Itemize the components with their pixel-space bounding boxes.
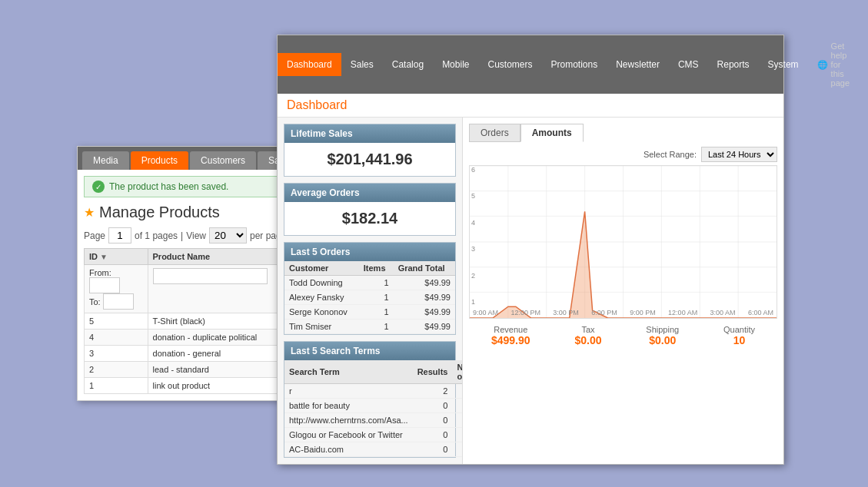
metric-item: Shipping $0.00 xyxy=(646,325,679,346)
chart-canvas: 9:00 AM 12:00 PM 3:00 PM 6:00 PM 9:00 PM… xyxy=(469,165,777,319)
lifetime-sales-box: Lifetime Sales $201,441.96 xyxy=(284,124,456,177)
cell-results: 0 xyxy=(413,442,453,457)
page-title: Manage Products xyxy=(99,204,220,221)
x-label-2: 12:00 PM xyxy=(510,309,540,316)
cell-name: link out product xyxy=(148,378,285,394)
to-label: To: xyxy=(89,297,101,306)
cell-results: 2 xyxy=(413,384,453,399)
cell-id: 4 xyxy=(85,330,148,346)
star-icon: ★ xyxy=(84,205,95,220)
dashboard-title: Dashboard xyxy=(278,94,783,118)
y-label-2: 2 xyxy=(471,272,475,280)
nav-promotions[interactable]: Promotions xyxy=(542,53,607,76)
help-link[interactable]: 🌐 Get help for this page xyxy=(808,35,859,94)
last5-search-box: Last 5 Search Terms Search Term Results … xyxy=(284,341,456,458)
cell-term: AC-Baidu.com xyxy=(284,442,413,457)
sort-arrow-icon: ▼ xyxy=(100,253,108,261)
metric-label: Tax xyxy=(574,325,601,334)
y-label-4: 4 xyxy=(471,219,475,227)
cell-term: Glogou or Facebook or Twitter xyxy=(284,428,413,442)
nav-sales[interactable]: Sales xyxy=(341,53,383,76)
select-range-label: Select Range: xyxy=(644,150,697,159)
cell-id: 5 xyxy=(85,313,148,330)
success-text: The product has been saved. xyxy=(109,181,228,192)
y-label-5: 5 xyxy=(471,192,475,200)
nav-reports[interactable]: Reports xyxy=(708,53,759,76)
x-axis-labels: 9:00 AM 12:00 PM 3:00 PM 6:00 PM 9:00 PM… xyxy=(470,307,777,318)
filter-name-cell xyxy=(148,265,285,313)
cell-name: lead - standard xyxy=(148,362,285,378)
tab-customers[interactable]: Customers xyxy=(190,151,256,170)
cell-name: T-Shirt (black) xyxy=(148,313,285,330)
last5-orders-box: Last 5 Orders Customer Items Grand Total… xyxy=(284,242,456,335)
x-label-1: 9:00 AM xyxy=(473,309,498,316)
col-product-name[interactable]: Product Name xyxy=(148,249,285,265)
nav-customers[interactable]: Customers xyxy=(478,53,541,76)
col-total: Grand Total xyxy=(394,261,455,276)
per-page-select[interactable]: 20 50 100 xyxy=(209,227,247,244)
nav-cms[interactable]: CMS xyxy=(669,53,708,76)
chart-tab-amounts[interactable]: Amounts xyxy=(520,124,584,142)
x-label-5: 9:00 PM xyxy=(630,309,656,316)
lifetime-sales-header: Lifetime Sales xyxy=(284,124,455,143)
nav-catalog[interactable]: Catalog xyxy=(383,53,433,76)
nav-dashboard[interactable]: Dashboard xyxy=(278,53,341,76)
range-select[interactable]: Last 24 Hours Last 7 Days Last 30 Days xyxy=(701,147,777,162)
x-label-6: 12:00 AM xyxy=(668,309,697,316)
cell-term: r xyxy=(284,384,413,399)
y-label-6: 6 xyxy=(471,166,475,174)
cell-total: $49.99 xyxy=(394,320,455,334)
chart-svg xyxy=(470,166,777,318)
metric-value: $499.90 xyxy=(491,334,530,346)
help-icon: 🌐 xyxy=(817,60,828,70)
nav-mobile[interactable]: Mobile xyxy=(433,53,478,76)
cell-customer: Serge Kononov xyxy=(284,305,359,320)
dashboard-left: Lifetime Sales $201,441.96 Average Order… xyxy=(278,118,462,464)
col-search-term: Search Term xyxy=(284,360,413,384)
cell-results: 0 xyxy=(413,399,453,413)
cell-items: 1 xyxy=(359,276,394,290)
col-results: Results xyxy=(413,360,453,384)
tab-media[interactable]: Media xyxy=(82,151,129,170)
filter-to-input[interactable] xyxy=(103,293,134,310)
y-label-3: 3 xyxy=(471,245,475,253)
cell-total: $49.99 xyxy=(394,290,455,305)
id-label: ID xyxy=(89,252,98,261)
cell-id: 1 xyxy=(85,378,148,394)
filter-from-input[interactable] xyxy=(89,277,120,293)
table-row: Tim Smiser 1 $49.99 xyxy=(284,320,455,334)
cell-id: 3 xyxy=(85,346,148,362)
metric-label: Revenue xyxy=(491,325,530,334)
col-id[interactable]: ID ▼ xyxy=(85,249,148,265)
cell-term: battle for beauty xyxy=(284,399,413,413)
filter-name-input[interactable] xyxy=(153,268,268,284)
y-label-1: 1 xyxy=(471,298,475,306)
metric-value: $0.00 xyxy=(646,334,679,346)
nav-newsletter[interactable]: Newsletter xyxy=(607,53,669,76)
average-orders-value: $182.14 xyxy=(284,202,455,235)
cell-results: 0 xyxy=(413,413,453,428)
cell-total: $49.99 xyxy=(394,276,455,290)
help-text: Get help for this page xyxy=(831,41,850,88)
cell-results: 0 xyxy=(413,428,453,442)
average-orders-box: Average Orders $182.14 xyxy=(284,183,456,236)
page-input[interactable] xyxy=(108,227,131,244)
col-customer: Customer xyxy=(284,261,359,276)
cell-total: $49.99 xyxy=(394,305,455,320)
cell-items: 1 xyxy=(359,320,394,334)
cell-items: 1 xyxy=(359,305,394,320)
orders-table: Customer Items Grand Total Todd Downing … xyxy=(284,261,455,334)
dashboard-chart-area: Orders Amounts Select Range: Last 24 Hou… xyxy=(462,118,783,464)
cell-customer: Todd Downing xyxy=(284,276,359,290)
metric-item: Quantity 10 xyxy=(723,325,755,346)
chart-controls: Select Range: Last 24 Hours Last 7 Days … xyxy=(469,147,777,162)
chart-tab-orders[interactable]: Orders xyxy=(469,124,520,142)
nav-system[interactable]: System xyxy=(759,53,808,76)
tab-products[interactable]: Products xyxy=(131,151,188,170)
page-label: Page xyxy=(84,230,105,241)
dashboard-nav: Dashboard Sales Catalog Mobile Customers… xyxy=(278,35,783,94)
cell-name: donation - general xyxy=(148,346,285,362)
metric-value: 10 xyxy=(723,334,755,346)
cell-customer: Tim Smiser xyxy=(284,320,359,334)
lifetime-sales-value: $201,441.96 xyxy=(284,143,455,176)
